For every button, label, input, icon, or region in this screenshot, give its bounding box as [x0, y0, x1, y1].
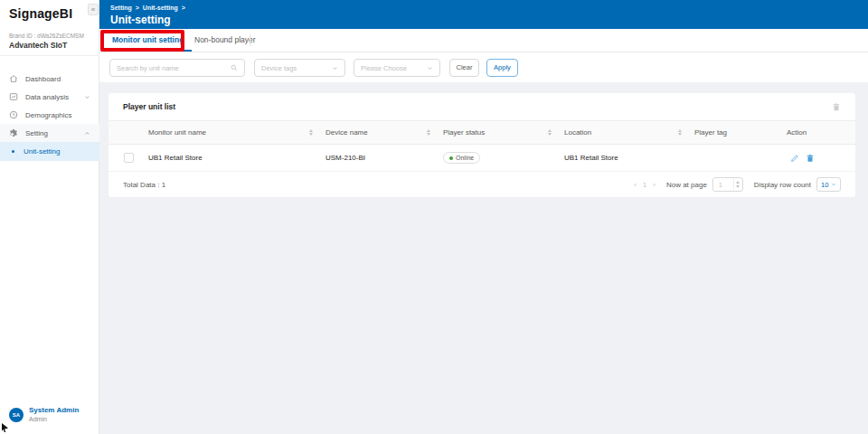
- main-content: Setting > Unit-setting > Unit-setting Mo…: [99, 0, 868, 434]
- tab-monitor-unit-setting[interactable]: Monitor unit setting: [104, 29, 192, 52]
- next-page-icon[interactable]: ›: [653, 181, 656, 189]
- tab-divider: [250, 34, 250, 46]
- cell-location: UB1 Retail Store: [561, 154, 691, 162]
- total-data-label: Total Data : 1: [123, 181, 165, 189]
- row-count-select[interactable]: 10: [816, 177, 841, 192]
- column-player-status[interactable]: Player status: [439, 128, 561, 137]
- page-stepper[interactable]: [733, 178, 742, 191]
- sidebar-item-label: Dashboard: [25, 75, 61, 83]
- stepper-down-icon[interactable]: [736, 185, 740, 188]
- sort-icon[interactable]: [548, 129, 552, 136]
- app-logo: SignageBI: [9, 6, 72, 21]
- column-player-tag: Player tag: [691, 128, 783, 137]
- cell-action: [783, 154, 855, 163]
- status-badge: Online: [443, 152, 480, 164]
- delete-icon[interactable]: [806, 154, 815, 163]
- page-number[interactable]: 1: [643, 181, 646, 189]
- bulk-delete-icon[interactable]: [832, 102, 841, 112]
- page-header: Setting > Unit-setting > Unit-setting: [99, 0, 868, 29]
- row-checkbox-cell: [108, 153, 145, 163]
- please-choose-placeholder: Please Choose: [361, 64, 427, 72]
- breadcrumb-separator: >: [136, 5, 139, 11]
- row-checkbox[interactable]: [124, 153, 134, 163]
- chevron-down-icon: [84, 94, 90, 100]
- search-field[interactable]: [109, 59, 245, 77]
- sidebar-item-unit-setting[interactable]: Unit-setting: [0, 142, 99, 161]
- chevron-up-icon: [84, 130, 90, 137]
- sidebar: SignageBI Brand ID : dWa26ZsECMSM Advant…: [0, 0, 99, 434]
- page-title: Unit-setting: [110, 14, 171, 26]
- filter-bar: Device tags Please Choose Clear Apply: [99, 52, 868, 82]
- sidebar-menu: Dashboard Data analysis Demographics Set…: [0, 70, 99, 161]
- page-input[interactable]: [713, 178, 733, 191]
- sidebar-divider: [0, 55, 99, 56]
- sidebar-item-label: Setting: [25, 129, 48, 137]
- sidebar-item-demographics[interactable]: Demographics: [0, 106, 99, 124]
- prev-page-icon[interactable]: ‹: [634, 181, 637, 189]
- breadcrumb-setting[interactable]: Setting: [110, 5, 132, 11]
- cell-player-status: Online: [439, 152, 561, 164]
- sidebar-item-setting[interactable]: Setting: [0, 124, 99, 142]
- breadcrumb-unit-setting[interactable]: Unit-setting: [143, 5, 178, 11]
- brand-id: Brand ID : dWa26ZsECMSM: [9, 33, 84, 39]
- tab-non-bound-player[interactable]: Non-bound player: [186, 29, 264, 52]
- sidebar-item-dashboard[interactable]: Dashboard: [0, 70, 99, 88]
- search-icon: [231, 64, 238, 71]
- player-unit-list-card: Player unit list Monitor unit name Devic…: [108, 93, 855, 197]
- column-action: Action: [783, 128, 855, 137]
- chart-icon: [9, 92, 18, 101]
- display-row-count-label: Display row count: [754, 181, 811, 189]
- sort-icon[interactable]: [678, 129, 682, 136]
- column-location[interactable]: Location: [561, 128, 691, 137]
- user-name: System Admin: [29, 406, 79, 415]
- edit-icon[interactable]: [790, 154, 799, 163]
- bullet-dot-icon: [12, 150, 14, 153]
- online-dot-icon: [449, 156, 453, 160]
- user-profile[interactable]: SA System Admin Admin: [9, 406, 79, 423]
- chevron-down-icon: [427, 65, 433, 71]
- table-header-row: Monitor unit name Device name Player sta…: [108, 120, 855, 145]
- device-tags-placeholder: Device tags: [261, 64, 332, 72]
- clear-button[interactable]: Clear: [449, 59, 479, 77]
- home-icon: [9, 74, 18, 83]
- brand-name: Advantech SIoT: [9, 41, 67, 50]
- search-input[interactable]: [117, 64, 231, 72]
- card-title: Player unit list: [123, 102, 175, 111]
- table-footer: Total Data : 1 ‹ 1 › Now at page Display…: [108, 172, 855, 197]
- cell-device-name: USM-210-BI: [322, 154, 439, 162]
- device-tags-select[interactable]: Device tags: [254, 59, 345, 77]
- table-row: UB1 Retail Store USM-210-BI Online UB1 R…: [108, 145, 855, 172]
- now-at-page-label: Now at page: [666, 181, 707, 189]
- tab-bar: Monitor unit setting Non-bound player: [99, 29, 868, 52]
- clock-icon: [9, 110, 18, 119]
- gear-icon: [9, 128, 18, 137]
- stepper-up-icon[interactable]: [736, 181, 740, 184]
- sort-icon[interactable]: [309, 129, 313, 136]
- page-input-box[interactable]: [712, 177, 743, 192]
- sidebar-item-data-analysis[interactable]: Data analysis: [0, 88, 99, 106]
- breadcrumb-separator: >: [182, 5, 185, 11]
- sidebar-item-label: Demographics: [25, 111, 72, 119]
- pagination: ‹ 1 ›: [634, 181, 656, 189]
- chevron-down-icon: [332, 65, 338, 71]
- sidebar-item-label: Data analysis: [25, 93, 69, 101]
- chevron-down-icon: [831, 182, 836, 187]
- avatar: SA: [9, 408, 24, 422]
- apply-button[interactable]: Apply: [486, 59, 518, 77]
- please-choose-select[interactable]: Please Choose: [354, 59, 440, 77]
- card-header: Player unit list: [108, 93, 855, 120]
- breadcrumb: Setting > Unit-setting >: [110, 5, 185, 11]
- sidebar-collapse-button[interactable]: «: [88, 4, 99, 15]
- column-device-name[interactable]: Device name: [322, 128, 439, 137]
- row-count-value: 10: [821, 181, 828, 189]
- cell-monitor-unit-name: UB1 Retail Store: [145, 154, 322, 162]
- column-monitor-unit-name[interactable]: Monitor unit name: [145, 128, 322, 137]
- sidebar-subitem-label: Unit-setting: [24, 147, 60, 156]
- sort-icon[interactable]: [427, 129, 430, 136]
- user-role: Admin: [29, 415, 79, 423]
